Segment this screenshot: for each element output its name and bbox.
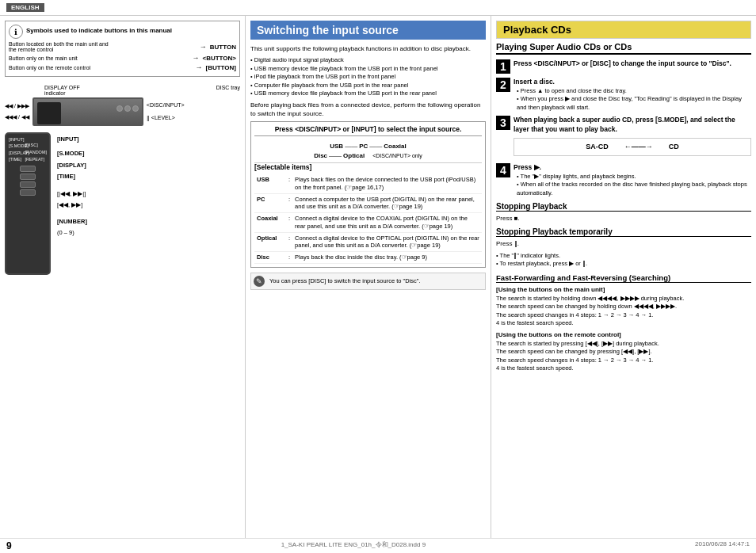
remote-ctrl-title: [Using the buttons on the remote control…	[496, 331, 751, 338]
disc-note: ✎ You can press [DISC] to switch the inp…	[250, 273, 486, 290]
input-source-box: Press <DISC/INPUT> or [INPUT] to select …	[250, 121, 486, 268]
label-display-btn: [DISPLAY]	[57, 160, 87, 171]
item-label-coaxial: Coaxial	[254, 213, 286, 233]
sacd-label: SA-CD	[586, 142, 609, 152]
main-unit-box	[32, 97, 143, 126]
display-off-label: DISPLAY OFFindicator	[44, 85, 80, 96]
bullet-1: • Digital audio input signal playback	[250, 56, 486, 65]
table-row: USB : Plays back files on the device con…	[254, 174, 482, 193]
step3-bold: When playing back a super audio CD, pres…	[514, 116, 751, 135]
stop-temp-bullet-2: • To restart playback, press ▶ or ‖.	[496, 260, 751, 269]
flow-coaxial: Coaxial	[384, 143, 406, 150]
date-info: 2010/06/28 14:47:1	[695, 540, 750, 551]
item-desc-pc: Connect a computer to the USB port (DIGI…	[292, 193, 482, 213]
colon-3: :	[286, 213, 292, 233]
colon-1: :	[286, 174, 292, 193]
item-label-disc: Disc	[254, 252, 286, 264]
remote-btn-3[interactable]	[20, 181, 36, 188]
remote-ctrl-text: The search is started by pressing [◀◀], …	[496, 340, 751, 373]
symbol-desc-3: Button only on the remote control	[9, 65, 192, 71]
main-unit-buttons	[116, 105, 139, 112]
step4-bullet-2: • When all of the tracks recorded on the…	[517, 181, 751, 197]
item-label-usb: USB	[254, 174, 286, 193]
step1-bold: Press <DISC/INPUT> or [DISC] to change t…	[514, 59, 751, 69]
selectable-table: USB : Plays back files on the device con…	[254, 174, 482, 264]
symbol-desc-1: Button located on both the main unit and…	[9, 41, 197, 52]
symbol-row-2: Button only on the main unit → <BUTTON>	[9, 54, 236, 62]
main-layout: ℹ Symbols used to indicate buttons in th…	[0, 16, 756, 553]
item-desc-coaxial: Connect a digital device to the COAXIAL …	[292, 213, 482, 233]
bullet-4: • Computer file playback from the USB po…	[250, 82, 486, 90]
remote-repeat-label: [REPEAT]	[25, 156, 48, 163]
table-row: Coaxial : Connect a digital device to th…	[254, 213, 482, 233]
flow-arrow-1: ——	[345, 143, 357, 150]
stopping-text: Press ■.	[496, 214, 751, 223]
display-off-area: DISPLAY OFFindicator DISC tray	[5, 85, 240, 96]
before-text: Before playing back files from a connect…	[250, 101, 486, 118]
remote-btn-1[interactable]	[20, 166, 36, 172]
step-content-1: Press <DISC/INPUT> or [DISC] to change t…	[514, 59, 751, 74]
flow-disc: Disc	[314, 152, 327, 159]
label-smode-btn: [S.MODE]	[57, 148, 87, 159]
left-labels: ◀◀ / ▶▶▶ ◀◀◀ / ◀◀	[5, 101, 29, 123]
symbol-desc-2: Button only on the main unit	[9, 55, 189, 61]
symbols-icon: ℹ	[9, 25, 23, 39]
remote-transport	[9, 166, 47, 196]
remote-area: [INPUT] [S.MODE] [DISPLAY] [TIME] [DISC]…	[5, 132, 240, 275]
step-1: 1 Press <DISC/INPUT> or [DISC] to change…	[496, 59, 751, 74]
step-number-4: 4	[496, 163, 510, 177]
step4-bold: Press ▶.	[514, 163, 751, 173]
flow-arrow-3: ——	[329, 152, 342, 159]
step-3: 3 When playing back a super audio CD, pr…	[496, 116, 751, 158]
remote-random-label: [RANDOM]	[25, 149, 48, 156]
flow-disc-only: <DISC/INPUT> only	[372, 153, 422, 158]
remote-btn-2[interactable]	[20, 174, 36, 180]
step4-bullet-1: • The "▶" display lights, and playback b…	[517, 173, 751, 181]
flow-row-2: Disc —— Optical <DISC/INPUT> only	[254, 152, 482, 159]
label-number: [NUMBER]	[57, 216, 87, 227]
stop-temp-bullet-1: • The "‖" indicator lights.	[496, 252, 751, 261]
symbol-label-1: BUTTON	[210, 44, 236, 51]
item-label-optical: Optical	[254, 232, 286, 252]
remote-btn-4[interactable]	[20, 189, 36, 196]
remote-disc-label: [DISC]	[25, 142, 48, 149]
step-number-2: 2	[496, 78, 510, 92]
stopping-temp-bullets: • The "‖" indicator lights. • To restart…	[496, 252, 751, 269]
table-row: Disc : Plays back the disc inside the di…	[254, 252, 482, 264]
symbol-label-3: [BUTTON]	[205, 64, 236, 71]
note-icon: ✎	[254, 276, 265, 287]
sacd-diagram: SA-CD ←——→ CD	[514, 138, 751, 156]
remote-right-labels: [DISC] [RANDOM] [REPEAT]	[25, 142, 48, 162]
input-source-title: Press <DISC/INPUT> or [INPUT] to select …	[254, 125, 482, 136]
symbol-row-1: Button located on both the main unit and…	[9, 41, 236, 52]
selectable-title: [Selectable items]	[254, 163, 482, 171]
remote-box: [INPUT] [S.MODE] [DISPLAY] [TIME] [DISC]…	[5, 132, 51, 275]
stopping-temp-title: Stopping Playback temporarily	[496, 227, 751, 237]
note-text: You can press [DISC] to switch the input…	[269, 277, 421, 284]
step-4: 4 Press ▶. • The "▶" display lights, and…	[496, 163, 751, 197]
switching-bullets: • Digital audio input signal playback • …	[250, 56, 486, 98]
main-unit-text: The search is started by holding down ◀◀…	[496, 295, 751, 328]
btn-circle-2	[124, 105, 131, 112]
disc-tray-label: DISC tray	[216, 85, 240, 96]
bullet-5: • USB memory device file playback from t…	[250, 90, 486, 98]
btn-circle-3	[132, 105, 139, 112]
colon-4: :	[286, 232, 292, 252]
flow-pc: PC	[359, 143, 368, 150]
table-row: Optical : Connect a digital device to th…	[254, 232, 482, 252]
cd-label: CD	[669, 142, 679, 152]
fast-forward-title: Fast-Forwarding and Fast-Reversing (Sear…	[496, 273, 751, 283]
symbols-box: ℹ Symbols used to indicate buttons in th…	[5, 21, 240, 77]
item-desc-disc: Plays back the disc inside the disc tray…	[292, 252, 482, 264]
label-time-btn: [TIME]	[57, 171, 87, 182]
flow-usb: USB	[330, 143, 343, 150]
item-desc-optical: Connect a digital device to the OPTICAL …	[292, 232, 482, 252]
bullet-3: • iPod file playback from the USB port i…	[250, 73, 486, 82]
colon-5: :	[286, 252, 292, 264]
file-info: 1_SA-KI PEARL LITE ENG_01h_令和_D028.indd …	[281, 540, 426, 551]
switching-body: This unit supports the following playbac…	[250, 44, 486, 53]
btn-circle-1	[116, 105, 123, 112]
step2-bold: Insert a disc.	[514, 78, 751, 87]
right-labels: <DISC/INPUT> ‖ <LEVEL>	[147, 100, 185, 124]
stopping-temp-text: Press ‖.	[496, 239, 751, 248]
